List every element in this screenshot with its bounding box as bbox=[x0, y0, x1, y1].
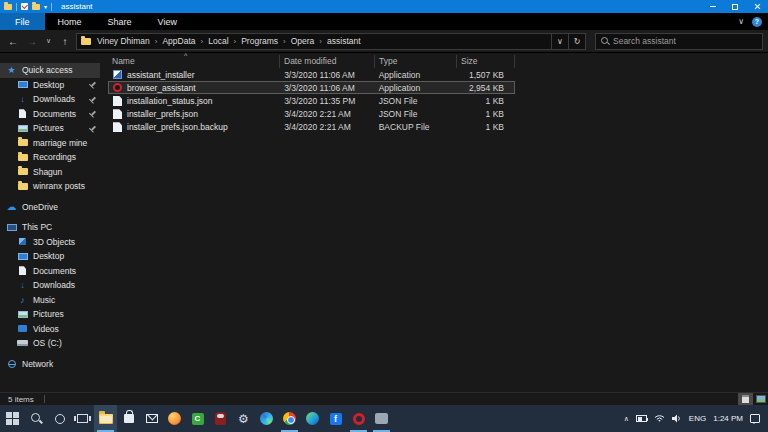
qat-properties-icon[interactable] bbox=[21, 3, 28, 10]
file-row-installer-prefs-backup[interactable]: installer_prefs.json.backup 3/4/2020 2:2… bbox=[108, 121, 515, 134]
camtasia-icon: C bbox=[192, 413, 204, 425]
pin-icon bbox=[88, 94, 98, 104]
app-icon bbox=[375, 413, 388, 424]
breadcrumb[interactable]: Local bbox=[205, 36, 238, 46]
battery-icon[interactable] bbox=[636, 415, 647, 422]
sidebar-item-pc-documents[interactable]: Documents bbox=[0, 264, 100, 279]
taskbar-search-button[interactable] bbox=[25, 405, 48, 432]
breadcrumb[interactable]: Opera bbox=[288, 36, 324, 46]
minimize-button[interactable] bbox=[702, 0, 724, 13]
close-button[interactable] bbox=[746, 0, 768, 13]
sidebar-item-3d-objects[interactable]: 3D Objects bbox=[0, 235, 100, 250]
qat-new-folder-icon[interactable] bbox=[32, 4, 40, 10]
file-icon bbox=[113, 109, 122, 119]
address-dropdown-icon[interactable]: ∨ bbox=[552, 37, 568, 46]
tab-file[interactable]: File bbox=[0, 13, 45, 30]
column-header-name[interactable]: Name bbox=[108, 55, 280, 68]
file-row-installer-prefs[interactable]: installer_prefs.json 3/4/2020 2:21 AM JS… bbox=[108, 108, 515, 121]
breadcrumb-current[interactable]: assistant bbox=[324, 36, 364, 46]
column-header-size[interactable]: Size bbox=[457, 55, 515, 68]
sidebar-item-desktop[interactable]: Desktop bbox=[0, 78, 100, 93]
sidebar-item-videos[interactable]: Videos bbox=[0, 322, 100, 337]
column-header-type[interactable]: Type bbox=[375, 55, 457, 68]
folder-icon bbox=[18, 168, 28, 175]
cortana-button[interactable] bbox=[48, 405, 71, 432]
sidebar-item-pc-downloads[interactable]: ↓ Downloads bbox=[0, 278, 100, 293]
back-button[interactable]: ← bbox=[5, 36, 21, 47]
large-icons-view-button[interactable] bbox=[753, 393, 768, 406]
taskbar-settings[interactable]: ⚙ bbox=[232, 405, 255, 432]
sidebar-item-marriage-mine[interactable]: marriage mine bbox=[0, 136, 100, 151]
sidebar-item-winranx-posts[interactable]: winranx posts bbox=[0, 179, 100, 194]
folder-icon bbox=[81, 38, 91, 45]
taskbar-store[interactable] bbox=[117, 405, 140, 432]
sidebar-item-pc-desktop[interactable]: Desktop bbox=[0, 249, 100, 264]
language-indicator[interactable]: ENG bbox=[689, 414, 706, 423]
column-header-date-modified[interactable]: Date modified bbox=[280, 55, 375, 68]
clock[interactable]: 1:24 PM bbox=[713, 414, 743, 423]
taskbar-file-explorer[interactable] bbox=[94, 405, 117, 432]
search-input[interactable] bbox=[613, 36, 757, 46]
address-bar[interactable]: Viney Dhiman AppData Local Programs Oper… bbox=[76, 33, 586, 50]
taskbar-facebook[interactable]: f bbox=[324, 405, 347, 432]
taskbar-app-character[interactable] bbox=[209, 405, 232, 432]
action-center-icon[interactable] bbox=[750, 414, 760, 423]
sidebar-item-os-c[interactable]: OS (C:) bbox=[0, 336, 100, 351]
breadcrumb[interactable]: Viney Dhiman bbox=[94, 36, 159, 46]
sidebar-item-recordings[interactable]: Recordings bbox=[0, 150, 100, 165]
taskbar-edge-beta[interactable] bbox=[301, 405, 324, 432]
refresh-icon[interactable]: ↻ bbox=[569, 37, 585, 46]
downloads-icon: ↓ bbox=[20, 280, 25, 290]
search-box[interactable] bbox=[595, 33, 763, 50]
start-button[interactable] bbox=[0, 405, 25, 432]
up-button[interactable]: ↑ bbox=[57, 36, 73, 47]
tab-view[interactable]: View bbox=[145, 13, 190, 30]
taskbar-app-grey[interactable] bbox=[370, 405, 393, 432]
task-view-button[interactable] bbox=[71, 405, 94, 432]
maximize-button[interactable] bbox=[724, 0, 746, 13]
sidebar-item-music[interactable]: ♪ Music bbox=[0, 293, 100, 308]
forward-button[interactable]: → bbox=[24, 36, 40, 47]
file-row-browser-assistant[interactable]: browser_assistant 3/3/2020 11:06 AM Appl… bbox=[108, 81, 515, 94]
taskbar-firefox[interactable] bbox=[163, 405, 186, 432]
tab-share[interactable]: Share bbox=[95, 13, 145, 30]
sidebar-item-downloads[interactable]: ↓ Downloads bbox=[0, 92, 100, 107]
window-title: assistant bbox=[61, 2, 93, 11]
sidebar-item-pc-pictures[interactable]: Pictures bbox=[0, 307, 100, 322]
folder-icon bbox=[18, 154, 28, 161]
taskbar: C ⚙ f ∧ ENG 1:24 PM bbox=[0, 405, 768, 432]
sidebar-item-onedrive[interactable]: ☁ OneDrive bbox=[0, 200, 100, 215]
taskbar-edge[interactable] bbox=[255, 405, 278, 432]
folder-icon bbox=[18, 183, 28, 190]
taskbar-chrome[interactable] bbox=[278, 405, 301, 432]
pin-icon bbox=[88, 123, 98, 133]
volume-icon[interactable] bbox=[672, 414, 682, 423]
cortana-icon bbox=[55, 414, 65, 424]
tab-home[interactable]: Home bbox=[45, 13, 95, 30]
window-controls bbox=[702, 0, 768, 13]
recent-locations-icon[interactable]: ∨ bbox=[43, 37, 54, 45]
network-icon bbox=[8, 360, 16, 368]
application-installer-icon bbox=[113, 70, 122, 79]
breadcrumb[interactable]: AppData bbox=[159, 36, 205, 46]
taskbar-opera[interactable] bbox=[347, 405, 370, 432]
sidebar-item-documents[interactable]: Documents bbox=[0, 107, 100, 122]
help-icon[interactable]: ? bbox=[752, 17, 762, 27]
sidebar-item-shagun[interactable]: Shagun bbox=[0, 165, 100, 180]
breadcrumb[interactable]: Programs bbox=[238, 36, 288, 46]
file-row-assistant-installer[interactable]: assistant_installer 3/3/2020 11:06 AM Ap… bbox=[108, 68, 515, 81]
expand-ribbon-icon[interactable]: ∨ bbox=[738, 17, 744, 26]
search-icon bbox=[31, 413, 42, 424]
file-row-installation-status[interactable]: installation_status.json 3/3/2020 11:35 … bbox=[108, 94, 515, 107]
status-bar: 5 items bbox=[0, 392, 768, 405]
sidebar-item-network[interactable]: Network bbox=[0, 357, 100, 372]
taskbar-camtasia[interactable]: C bbox=[186, 405, 209, 432]
taskbar-mail[interactable] bbox=[140, 405, 163, 432]
sidebar-item-this-pc[interactable]: This PC bbox=[0, 220, 100, 235]
tray-expand-icon[interactable]: ∧ bbox=[624, 415, 629, 423]
sidebar-item-pictures[interactable]: Pictures bbox=[0, 121, 100, 136]
sidebar-item-quick-access[interactable]: ★ Quick access bbox=[0, 63, 100, 78]
details-view-button[interactable] bbox=[738, 393, 753, 406]
qat-caret-icon[interactable]: ▾ bbox=[44, 4, 47, 10]
wifi-icon[interactable] bbox=[654, 414, 665, 423]
